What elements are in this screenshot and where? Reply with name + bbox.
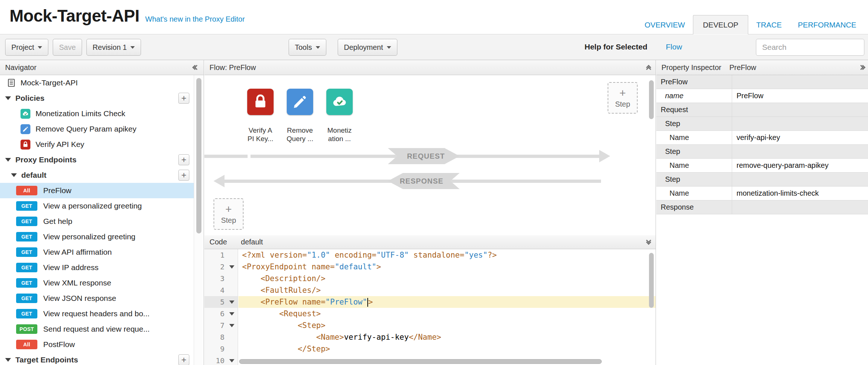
search-input[interactable] — [756, 39, 864, 56]
code-line[interactable]: <Name>verify-api-key</Name> — [238, 331, 656, 343]
code-line[interactable]: <Step> — [238, 320, 656, 331]
code-editor[interactable]: 12345678910 <?xml version="1.0" encoding… — [204, 249, 656, 365]
nav-item-policy[interactable]: Monetization Limits Check — [0, 106, 194, 121]
code-line[interactable]: </Step> — [238, 343, 656, 355]
save-button[interactable]: Save — [53, 39, 82, 56]
flow-step[interactable]: Monetization ... — [320, 89, 359, 143]
flow-scrollbar[interactable] — [649, 80, 654, 119]
project-menu-button[interactable]: Project — [5, 39, 48, 56]
request-flow-line — [204, 155, 248, 158]
inspector-value[interactable]: PreFlow — [732, 89, 868, 103]
nav-item-proxy-root[interactable]: Mock-Target-API — [0, 75, 194, 91]
nav-item-flow[interactable]: AllPreFlow — [0, 183, 194, 198]
inspector-value[interactable]: monetization-limits-check — [732, 187, 868, 200]
nav-item-flow[interactable]: GETView API affirmation — [0, 244, 194, 260]
expand-inspector-icon[interactable] — [859, 60, 863, 75]
nav-item-flow[interactable]: GETView JSON response — [0, 291, 194, 306]
add-proxy-endpoint-button[interactable]: + — [178, 154, 189, 165]
method-badge: GET — [16, 309, 37, 318]
flow-step[interactable]: RemoveQuery ... — [280, 89, 320, 143]
policies-header-label: Policies — [15, 94, 44, 103]
flow-step[interactable]: Verify API Key... — [241, 89, 280, 143]
nav-item-flow[interactable]: GETView personalized greeting — [0, 229, 194, 244]
nav-item-policy[interactable]: Verify API Key — [0, 137, 194, 152]
tab-develop[interactable]: DEVELOP — [693, 15, 748, 34]
add-policy-button[interactable]: + — [178, 93, 189, 104]
whats-new-link[interactable]: What's new in the Proxy Editor — [145, 15, 245, 23]
code-line[interactable]: <?xml version="1.0" encoding="UTF-8" sta… — [238, 249, 656, 261]
lock-icon — [21, 140, 30, 150]
nav-item-flow[interactable]: GETGet help — [0, 214, 194, 229]
nav-section-policies[interactable]: Policies + — [0, 91, 194, 106]
inspector-property-row: Namemonetization-limits-check — [656, 187, 868, 200]
nav-item-flow[interactable]: GETView request headers and bo... — [0, 306, 194, 321]
toolbar: Project Save Revision 1 Tools Deployment… — [0, 35, 868, 60]
gutter-line: 1 — [204, 249, 238, 261]
fold-toggle-icon[interactable] — [229, 324, 234, 327]
tab-performance[interactable]: PERFORMANCE — [790, 15, 864, 34]
nav-section-proxy-endpoints[interactable]: Proxy Endpoints + — [0, 152, 194, 167]
flow-step-label: Verify API Key... — [248, 126, 273, 143]
help-flow-link[interactable]: Flow — [666, 43, 682, 51]
code-vertical-scrollbar[interactable] — [649, 253, 654, 308]
nav-item-flow[interactable]: AllPostFlow — [0, 337, 194, 352]
nav-item-flow[interactable]: GETView a personalized greeting — [0, 198, 194, 214]
code-line[interactable]: <Description/> — [238, 273, 656, 284]
flow-name-label: View personalized greeting — [43, 232, 136, 241]
inspector-key: Step — [656, 145, 732, 158]
add-target-endpoint-button[interactable]: + — [178, 354, 189, 365]
deployment-menu-button[interactable]: Deployment — [338, 39, 397, 56]
inspector-value[interactable]: remove-query-param-apikey — [732, 159, 868, 172]
project-menu-label: Project — [11, 43, 34, 52]
revision-menu-label: Revision 1 — [93, 43, 127, 52]
add-step-request-button[interactable]: + Step — [608, 82, 638, 114]
page-title: Mock-Target-API — [10, 6, 140, 26]
fold-toggle-icon[interactable] — [229, 265, 234, 269]
nav-section-target-endpoints[interactable]: Target Endpoints + — [0, 352, 194, 365]
inspector-key: Response — [656, 200, 732, 214]
collapse-flow-panel-icon[interactable] — [647, 60, 650, 75]
inspector-value — [732, 173, 868, 186]
gutter-line: 7 — [204, 320, 238, 331]
collapse-navigator-icon[interactable] — [195, 60, 199, 75]
disclosure-triangle-icon[interactable] — [11, 173, 17, 177]
step-button-label: Step — [615, 100, 630, 108]
revision-menu-button[interactable]: Revision 1 — [86, 39, 141, 56]
fold-toggle-icon[interactable] — [229, 359, 234, 362]
code-panel-endpoint-name: default — [241, 238, 263, 246]
code-lines: <?xml version="1.0" encoding="UTF-8" sta… — [238, 249, 656, 365]
fold-toggle-icon[interactable] — [229, 312, 234, 316]
tab-overview[interactable]: OVERVIEW — [637, 15, 693, 34]
nav-group-default[interactable]: default + — [0, 167, 194, 183]
nav-item-flow[interactable]: GETView XML response — [0, 275, 194, 291]
code-horizontal-scrollbar[interactable] — [239, 359, 602, 364]
gutter-line: 4 — [204, 284, 238, 296]
navigator-tree: Mock-Target-API Policies + Monetization … — [0, 75, 194, 365]
code-line[interactable]: <Request> — [238, 308, 656, 320]
disclosure-triangle-icon[interactable] — [5, 96, 11, 100]
gutter-line: 8 — [204, 331, 238, 343]
inspector-key: Step — [656, 173, 732, 186]
nav-item-flow[interactable]: POSTSend request and view reque... — [0, 321, 194, 337]
plus-icon: + — [619, 88, 626, 99]
navigator-scrollbar[interactable] — [196, 78, 201, 233]
save-button-label: Save — [59, 43, 76, 52]
code-line[interactable]: <FaultRules/> — [238, 284, 656, 296]
fold-toggle-icon[interactable] — [229, 301, 234, 304]
inspector-value[interactable]: verify-api-key — [732, 131, 868, 144]
inspector-section-row: Step — [656, 117, 868, 131]
tab-trace[interactable]: TRACE — [748, 15, 790, 34]
disclosure-triangle-icon[interactable] — [5, 158, 11, 162]
navigator-scroll-track — [194, 75, 204, 365]
flow-name-label: PreFlow — [43, 186, 71, 195]
code-line[interactable]: <ProxyEndpoint name="default"> — [238, 261, 656, 273]
collapse-code-panel-icon[interactable] — [647, 235, 650, 249]
nav-item-flow[interactable]: GETView IP address — [0, 260, 194, 275]
request-arrowhead-icon — [599, 150, 610, 162]
add-flow-button[interactable]: + — [178, 170, 189, 181]
add-step-response-button[interactable]: + Step — [214, 198, 244, 230]
tools-menu-button[interactable]: Tools — [289, 39, 326, 56]
nav-item-policy[interactable]: Remove Query Param apikey — [0, 121, 194, 137]
disclosure-triangle-icon[interactable] — [5, 358, 11, 362]
code-line[interactable]: <PreFlow name="PreFlow"> — [238, 296, 656, 308]
